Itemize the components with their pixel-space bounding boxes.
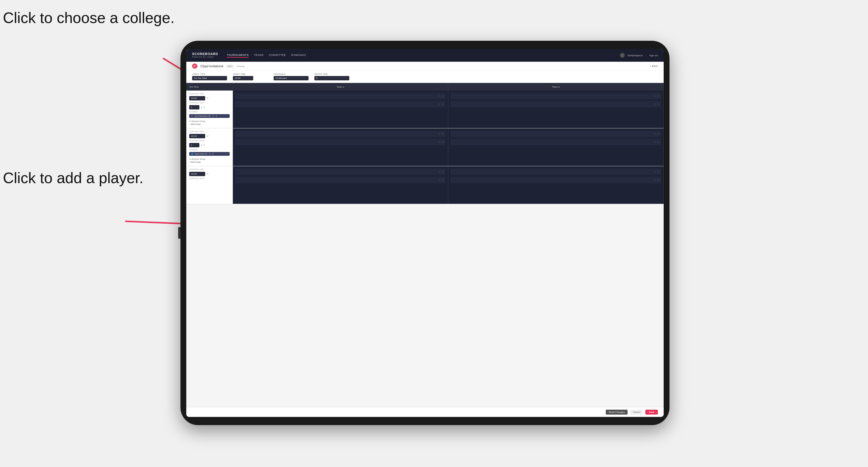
save-button[interactable]: Save <box>645 410 658 414</box>
slot-x-icon[interactable]: ✕ <box>438 179 440 181</box>
back-button[interactable]: < Back <box>650 65 658 67</box>
course-remove-x-2[interactable]: ✕ <box>209 153 211 155</box>
tournament-title: Clippd Invitational <box>200 65 223 68</box>
slot-chevron-icon: ▼ <box>441 170 444 173</box>
course-tag-2[interactable]: 🌐 East Lake GC ✕ ▼ <box>189 152 230 156</box>
main-content: Start Type 1st Tee Start Start Time Inte… <box>186 71 664 417</box>
remove-group-btn-2[interactable]: ⟳ Remove Group <box>189 158 230 160</box>
add-group-btn-2[interactable]: + Add Group <box>189 161 230 163</box>
start-type-label: Start Type <box>192 73 227 75</box>
player-slot[interactable]: ✕ ▼ <box>235 101 446 107</box>
tee-left-1: STARTING TIME: ⏱ STARTING HOLE: ▲▼ COURS… <box>186 91 233 128</box>
slot-x-icon[interactable]: ✕ <box>654 95 656 97</box>
start-type-select[interactable]: 1st Tee Start <box>192 76 227 80</box>
start-time-input[interactable] <box>233 76 253 80</box>
slot-x-icon[interactable]: ✕ <box>438 170 440 173</box>
intervals-select[interactable]: 10 Minutes <box>274 76 309 80</box>
add-group-btn-1[interactable]: + Add Group <box>189 123 230 125</box>
player-slot[interactable]: ✕ ▼ <box>451 131 661 137</box>
tablet-screen: SCOREBOARD Powered by clippd TOURNAMENTS… <box>186 49 664 417</box>
remove-group-btn-1[interactable]: ⟳ Remove Group <box>189 120 230 123</box>
nav-tournaments[interactable]: TOURNAMENTS <box>227 53 249 58</box>
course-label-1: COURSE: <box>189 111 230 113</box>
course-tag-icon-1: 🏌 <box>191 115 193 117</box>
player-slot[interactable]: ✕ ▼ <box>451 177 661 183</box>
start-type-group: Start Type 1st Tee Start <box>192 73 227 80</box>
clock-icon-1: ⏱ <box>206 97 209 100</box>
clock-icon-3: ⏱ <box>206 173 209 175</box>
nav-links: TOURNAMENTS TEAMS COMMITTEE RANKINGS <box>227 53 306 58</box>
nav-committee[interactable]: COMMITTEE <box>269 53 286 58</box>
table-header: Tee Time Team 1 Team 2 <box>186 83 664 91</box>
slot-x-icon[interactable]: ✕ <box>654 179 656 181</box>
starting-time-label-2: STARTING TIME: <box>189 131 230 132</box>
clock-icon-2: ⏱ <box>206 135 209 137</box>
slot-x-icon[interactable]: ✕ <box>438 103 440 106</box>
slot-x-icon[interactable]: ✕ <box>654 103 656 106</box>
starting-hole-row-1: ▲▼ <box>189 105 230 110</box>
course-tag-1[interactable]: 🏌 (A) Peachtree GC ✕ ▼ <box>189 114 230 118</box>
starting-hole-input-1[interactable] <box>189 105 199 110</box>
course-label-2: COURSE: <box>189 149 230 151</box>
slot-x-icon[interactable]: ✕ <box>654 141 656 144</box>
group-size-select[interactable]: 3 <box>314 76 349 80</box>
course-name-2: East Lake GC <box>195 153 208 155</box>
reset-changes-button[interactable]: Reset Changes <box>606 410 627 414</box>
slot-chevron-icon: ▼ <box>657 179 659 181</box>
tee-left-2: STARTING TIME: ⏱ STARTING HOLE: ▲▼ COURS… <box>186 128 233 166</box>
table-row: STARTING TIME: ⏱ STARTING HOLE: ▲▼ COURS… <box>186 91 664 128</box>
player-slot[interactable]: ✕ ▼ <box>451 93 661 99</box>
group-size-label: Group Size <box>314 73 349 75</box>
slot-chevron-icon: ▼ <box>657 103 659 106</box>
starting-time-input-1[interactable] <box>189 96 205 100</box>
sign-out-link[interactable]: Sign out <box>649 54 658 57</box>
cancel-button[interactable]: Cancel <box>630 410 643 414</box>
slot-x-icon[interactable]: ✕ <box>438 141 440 144</box>
player-slot[interactable]: ✕ ▼ <box>235 139 446 145</box>
slot-x-icon[interactable]: ✕ <box>438 95 440 97</box>
course-chevron-1: ▼ <box>215 115 217 117</box>
course-remove-x-1[interactable]: ✕ <box>212 115 214 117</box>
course-actions-1: ⟳ Remove Group + Add Group <box>189 120 230 125</box>
slot-chevron-icon: ▼ <box>657 141 659 144</box>
player-slot[interactable]: ✕ ▼ <box>235 131 446 137</box>
player-slot[interactable]: ✕ ▼ <box>235 93 446 99</box>
slot-chevron-icon: ▼ <box>441 179 444 181</box>
team1-cell-1: ✕ ▼ ✕ ▼ <box>233 91 448 128</box>
table-row: STARTING TIME: ⏱ STARTING HOLE: ✕ ▼ <box>186 166 664 204</box>
team1-cell-2: ✕ ▼ ✕ ▼ <box>233 128 448 166</box>
starting-hole-label-1: STARTING HOLE: <box>189 102 230 104</box>
starting-hole-input-2[interactable] <box>189 143 199 147</box>
starting-time-input-3[interactable] <box>189 172 205 176</box>
tablet-side-button <box>178 227 181 239</box>
slot-x-icon[interactable]: ✕ <box>438 133 440 135</box>
nav-rankings[interactable]: RANKINGS <box>291 53 306 58</box>
player-slot[interactable]: ✕ ▼ <box>451 139 661 145</box>
starting-time-input-2[interactable] <box>189 134 205 138</box>
slot-x-icon[interactable]: ✕ <box>654 170 656 173</box>
nav-right: blair@clippd.io | Sign out <box>620 53 658 58</box>
slot-chevron-icon: ▼ <box>441 103 444 106</box>
slot-x-icon[interactable]: ✕ <box>654 133 656 135</box>
slot-chevron-icon: ▼ <box>441 141 444 144</box>
th-team2: Team 2 <box>448 83 664 91</box>
starting-time-label-3: STARTING TIME: <box>189 168 230 170</box>
team1-cell-3: ✕ ▼ ✕ ▼ <box>233 166 448 204</box>
tablet-frame: SCOREBOARD Powered by clippd TOURNAMENTS… <box>181 41 670 425</box>
course-name-1: (A) Peachtree GC <box>195 115 211 117</box>
start-time-label: Start Time <box>233 73 268 75</box>
top-nav: SCOREBOARD Powered by clippd TOURNAMENTS… <box>186 49 664 62</box>
starting-time-row-2: ⏱ <box>189 134 230 138</box>
player-slot[interactable]: ✕ ▼ <box>451 101 661 107</box>
player-slot[interactable]: ✕ ▼ <box>451 168 661 175</box>
scoreboard-logo: SCOREBOARD Powered by clippd <box>192 52 218 59</box>
starting-hole-label-2: STARTING HOLE: <box>189 140 230 142</box>
starting-time-row-1: ⏱ <box>189 96 230 100</box>
player-slot[interactable]: ✕ ▼ <box>235 177 446 183</box>
nav-email: blair@clippd.io <box>627 54 643 57</box>
hole-arrows-1: ▲▼ <box>200 106 205 108</box>
avatar <box>620 53 625 58</box>
starting-time-label-1: STARTING TIME: <box>189 93 230 95</box>
player-slot[interactable]: ✕ ▼ <box>235 168 446 175</box>
nav-teams[interactable]: TEAMS <box>254 53 264 58</box>
